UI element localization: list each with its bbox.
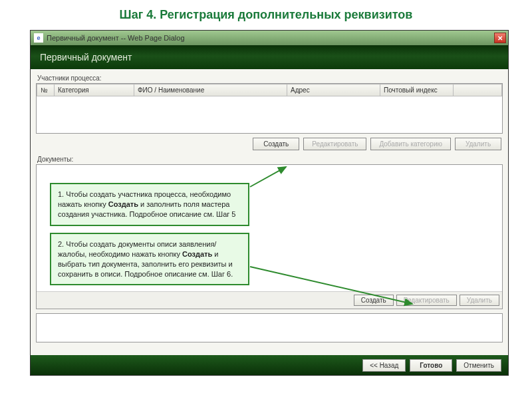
documents-toolbar: Создать Редактировать Удалить (37, 291, 502, 309)
bottom-bar: << Назад Готово Отменить (31, 355, 508, 375)
col-postal[interactable]: Почтовый индекс (380, 84, 454, 96)
participants-label: Участники процесса: (37, 74, 503, 82)
col-name[interactable]: ФИО / Наименование (134, 84, 287, 96)
delete-participant-button[interactable]: Удалить (455, 138, 501, 150)
header-title: Первичный документ (40, 52, 132, 63)
cancel-button[interactable]: Отменить (456, 359, 501, 372)
edit-document-button[interactable]: Редактировать (396, 295, 457, 306)
col-category[interactable]: Категория (55, 84, 134, 96)
col-spacer (454, 84, 502, 96)
add-category-button[interactable]: Добавить категорию (370, 138, 451, 150)
delete-document-button[interactable]: Удалить (460, 295, 499, 306)
page-heading: Шаг 4. Регистрация дополнительных реквиз… (0, 0, 532, 27)
callout-1: 1. Чтобы создать участника процесса, нео… (50, 183, 249, 226)
edit-participant-button[interactable]: Редактировать (303, 138, 366, 150)
participants-table: № Категория ФИО / Наименование Адрес Поч… (36, 83, 503, 134)
callout-2-bold: Создать (182, 250, 212, 258)
page-icon: e (34, 33, 43, 43)
col-address[interactable]: Адрес (287, 84, 380, 96)
footer-area (36, 313, 503, 342)
titlebar: e Первичный документ -- Web Page Dialog … (31, 31, 508, 45)
done-button[interactable]: Готово (410, 359, 452, 372)
header-band: Первичный документ (31, 45, 508, 69)
participants-buttons: Создать Редактировать Добавить категорию… (36, 134, 503, 154)
close-icon[interactable]: ✕ (494, 33, 506, 43)
create-participant-button[interactable]: Создать (253, 138, 299, 150)
callout-2: 2. Чтобы создать документы описи заявлен… (50, 233, 249, 285)
create-document-button[interactable]: Создать (354, 295, 394, 306)
titlebar-text: Первичный документ -- Web Page Dialog (47, 34, 494, 42)
col-num[interactable]: № (37, 84, 55, 96)
documents-label: Документы: (37, 156, 503, 163)
back-button[interactable]: << Назад (362, 359, 406, 372)
callout-1-bold: Создать (108, 200, 138, 208)
